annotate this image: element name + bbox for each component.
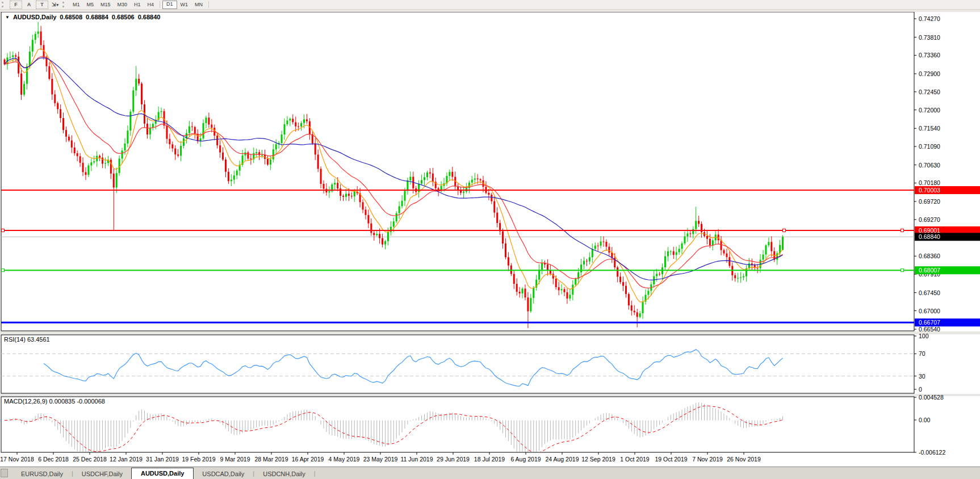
date-tick-label: 25 Dec 2018 [73,456,107,463]
ohlc-low: 0.68506 [112,14,135,20]
date-tick-label: 26 Nov 2019 [727,456,761,463]
date-tick-label: 17 Nov 2018 [0,456,34,463]
hline-handle [2,269,5,272]
price-tick-label: 0.71090 [919,143,940,150]
docking-grid-icon[interactable]: F [10,1,22,9]
date-tick-label: 29 Jun 2019 [437,456,470,463]
date-tick-label: 28 Mar 2019 [255,456,288,463]
date-tick-label: 19 Oct 2019 [655,456,687,463]
toolbar-separator [208,1,209,8]
tab-usdcnh[interactable]: USDCNH,Daily [254,469,314,479]
tab-divider: | [314,470,316,477]
timeframe-button-d1[interactable]: D1 [162,1,177,9]
rsi-scale-label: 70 [919,350,925,357]
chart-tab-bar: EURUSD,Daily|USDCHF,DailyAUDUSD,DailyUSD… [0,467,980,479]
rsi-scale-label: 30 [919,373,925,380]
macd-indicator-label: MACD(12,26,9) 0.000835 -0.000068 [4,398,105,405]
tab-usdcad[interactable]: USDCAD,Daily [194,469,253,479]
timeframe-button-h1[interactable]: H1 [131,1,144,9]
timeframe-button-w1[interactable]: W1 [177,1,192,9]
price-tick-label: 0.67000 [919,308,940,314]
timeframe-button-m1[interactable]: M1 [69,1,83,9]
price-tick-label: 0.72900 [919,70,940,77]
toolbar-grip-2 [62,2,66,7]
text-label-icon[interactable]: T [36,1,48,9]
timeframe-button-h4[interactable]: H4 [144,1,158,9]
toolbar-separator [160,1,160,8]
date-tick-label: 12 Jan 2019 [110,456,143,463]
date-tick-label: 12 Sep 2019 [581,456,615,463]
hline-handle [901,229,904,232]
hline-handle [783,229,786,232]
top-toolbar: FAT⇲▾ M1M5M15M30H1H4D1W1MN [0,0,980,10]
chart-dropdown-icon[interactable]: ▼ [5,15,10,20]
toolbar-grip [2,2,6,7]
hline-handle [2,229,5,232]
price-tick-label: 0.69720 [919,198,940,205]
toolbar-gap [0,10,980,12]
font-a-icon[interactable]: A [24,1,33,9]
date-tick-label: 11 Jun 2019 [400,456,433,463]
date-tick-label: 16 Apr 2019 [292,456,324,463]
hline-handle [901,269,904,272]
price-tick-label: 0.71540 [919,125,940,132]
date-tick-label: 19 Feb 2019 [182,456,216,463]
price-tick-label: 0.73810 [919,34,940,41]
ohlc-close: 0.68840 [138,14,161,20]
chart-symbol-label: AUDUSD,Daily [13,14,56,20]
price-tick-label: 0.72450 [919,89,940,95]
date-tick-label: 1 Oct 2019 [620,456,650,463]
date-tick-label: 9 Mar 2019 [220,456,250,463]
chart-canvas[interactable]: 0.742700.738100.733600.729000.724500.720… [0,0,980,479]
timeframe-button-m30[interactable]: M30 [114,1,131,9]
price-tick-label: 0.73360 [919,52,940,58]
rsi-scale-label: 0 [919,386,922,393]
price-level-label: 0.66707 [919,319,940,326]
price-tick-label: 0.70180 [919,179,940,186]
price-level-label: 0.70003 [919,187,940,194]
rsi-scale-label: 100 [919,333,929,339]
date-tick-label: 7 Nov 2019 [692,456,723,463]
price-level-label: 0.69001 [919,227,940,234]
macd-scale-label: -0.006122 [919,449,945,456]
date-tick-label: 31 Jan 2019 [146,456,179,463]
price-tick-label: 0.66540 [919,326,940,333]
price-tick-label: 0.67450 [919,289,940,296]
timeframe-button-m15[interactable]: M15 [97,1,114,9]
date-tick-label: 23 May 2019 [363,456,398,463]
price-level-label: 0.68007 [919,267,940,274]
ohlc-high: 0.68884 [86,14,108,20]
price-tick-label: 0.68360 [919,253,940,259]
tab-scroll-corner[interactable] [1,469,8,477]
cursor-mode-icon[interactable]: ⇲▾ [51,1,60,9]
chart-title-bar: ▼ AUDUSD,Daily 0.68508 0.68884 0.68506 0… [5,14,160,20]
date-tick-label: 4 May 2019 [329,456,360,463]
macd-scale-label: 0.004528 [919,394,944,401]
macd-scale-label: 0.00 [919,417,931,423]
timeframe-button-m5[interactable]: M5 [83,1,98,9]
date-tick-label: 6 Dec 2018 [38,456,69,463]
price-tick-label: 0.70630 [919,162,940,169]
tab-usdchf[interactable]: USDCHF,Daily [73,469,131,479]
date-tick-label: 18 Jul 2019 [474,456,505,463]
tab-audusd[interactable]: AUDUSD,Daily [131,468,194,479]
price-tick-label: 0.74270 [919,15,940,22]
price-tick-label: 0.72000 [919,107,940,114]
date-tick-label: 6 Aug 2019 [510,456,541,463]
timeframe-button-mn[interactable]: MN [191,1,206,9]
tab-eurusd[interactable]: EURUSD,Daily [12,469,72,479]
date-tick-label: 24 Aug 2019 [546,456,579,463]
price-tick-label: 0.69270 [919,216,940,223]
ohlc-open: 0.68508 [60,14,82,20]
rsi-indicator-label: RSI(14) 63.4561 [4,336,50,343]
price-level-label: 0.68840 [919,233,940,240]
